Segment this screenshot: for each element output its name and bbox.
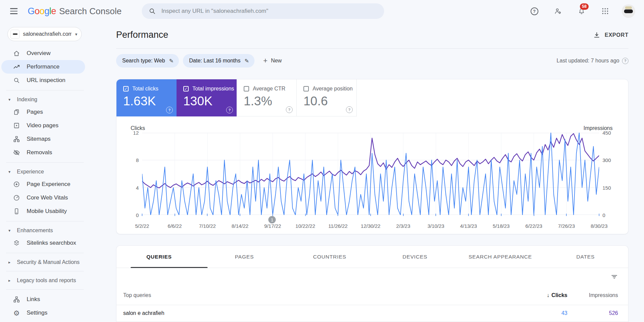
- metric-label: Average CTR: [253, 86, 286, 92]
- sidebar-item-overview[interactable]: Overview: [0, 47, 90, 60]
- tab-devices[interactable]: DEVICES: [372, 246, 458, 268]
- trending-up-icon: [13, 63, 20, 71]
- total-impressions-card[interactable]: ✓Total impressions 130K ?: [177, 79, 237, 116]
- sidebar-item-removals[interactable]: Removals: [0, 146, 90, 159]
- sidebar-item-settings[interactable]: ⚙ Settings: [0, 306, 90, 320]
- search-input[interactable]: [161, 8, 377, 15]
- section-collapse-icon: ▾: [8, 169, 12, 174]
- tab-queries[interactable]: QUERIES: [116, 246, 202, 268]
- tab-search-appearance[interactable]: SEARCH APPEARANCE: [458, 246, 543, 268]
- filter-list-icon[interactable]: [611, 273, 618, 280]
- sidebar-item-label: Core Web Vitals: [27, 194, 68, 201]
- x-axis-labels: 5/2/22 6/6/22 7/10/22 8/14/22 9/17/22 10…: [142, 218, 599, 233]
- checkbox-unchecked[interactable]: [244, 86, 249, 91]
- sidebar-item-label: Video pages: [27, 122, 58, 129]
- sidebar-item-label: Links: [27, 296, 40, 303]
- sidebar-item-performance[interactable]: Performance: [1, 60, 85, 74]
- sidebar-item-url-inspection[interactable]: URL inspection: [0, 74, 90, 87]
- layers-icon: [13, 239, 20, 247]
- sidebar-section-enhancements[interactable]: ▾ Enhancements: [0, 224, 90, 236]
- menu-icon[interactable]: [7, 4, 22, 19]
- metric-value: 1.63K: [123, 94, 172, 108]
- search-type-chip[interactable]: Search type: Web ✎: [116, 54, 179, 68]
- page-header: Performance EXPORT: [116, 22, 628, 49]
- app-logo[interactable]: Google Search Console: [28, 6, 122, 17]
- sidebar-item-page-experience[interactable]: Page Experience: [0, 178, 90, 191]
- help-icon[interactable]: ?: [226, 107, 233, 113]
- right-axis-ticks: 450 300 150 0: [599, 133, 613, 215]
- apps-grid-icon: [601, 7, 609, 15]
- average-ctr-card[interactable]: Average CTR 1.3% ?: [237, 79, 297, 116]
- sidebar-item-video-pages[interactable]: Video pages: [0, 119, 90, 132]
- url-inspect-searchbar[interactable]: [142, 3, 384, 19]
- column-top-queries[interactable]: Top queries: [123, 292, 517, 298]
- total-clicks-card[interactable]: ✓Total clicks 1.63K ?: [116, 79, 177, 116]
- tab-dates[interactable]: DATES: [543, 246, 628, 268]
- average-position-card[interactable]: Average position 10.6 ?: [297, 79, 357, 116]
- metric-cards: ✓Total clicks 1.63K ? ✓Total impressions…: [116, 79, 628, 116]
- filter-bar: Search type: Web ✎ Date: Last 16 months …: [116, 54, 628, 68]
- metric-label: Average position: [313, 86, 353, 92]
- sidebar-item-sitemaps[interactable]: Sitemaps: [0, 132, 90, 146]
- sidebar-item-pages[interactable]: Pages: [0, 105, 90, 119]
- metric-value: 10.6: [303, 94, 352, 108]
- property-name: saloneachrafieh.com: [23, 31, 72, 37]
- sidebar-item-label: URL inspection: [27, 77, 65, 84]
- sitemaps-icon: [13, 135, 20, 143]
- edit-icon: ✎: [244, 58, 249, 64]
- section-label: Security & Manual Actions: [17, 259, 80, 265]
- chevron-down-icon: ▾: [75, 32, 77, 37]
- topbar-actions: ? 58: [527, 4, 635, 18]
- account-avatar[interactable]: [622, 4, 635, 18]
- export-button[interactable]: EXPORT: [593, 31, 628, 39]
- tab-countries[interactable]: COUNTRIES: [287, 246, 372, 268]
- sidebar-section-experience[interactable]: ▾ Experience: [0, 166, 90, 178]
- sidebar-item-links[interactable]: Links: [0, 293, 90, 306]
- eye-off-icon: [13, 149, 20, 156]
- smartphone-icon: [13, 208, 20, 215]
- divider: [6, 221, 84, 221]
- section-label: Experience: [17, 169, 44, 175]
- notifications-button[interactable]: 58: [574, 4, 589, 18]
- google-logo-wordmark: Google: [28, 6, 56, 17]
- user-settings-button[interactable]: [551, 4, 565, 18]
- section-expand-icon: ▸: [8, 260, 12, 265]
- search-icon: [13, 77, 20, 84]
- column-impressions[interactable]: Impressions: [567, 292, 618, 298]
- apps-grid-button[interactable]: [598, 4, 612, 18]
- notification-badge: 58: [580, 3, 589, 10]
- divider: [6, 271, 84, 271]
- sidebar-item-core-web-vitals[interactable]: Core Web Vitals: [0, 191, 90, 205]
- chip-label: Date: Last 16 months: [189, 58, 240, 64]
- table-row[interactable]: salon e achrafieh 43 526: [116, 305, 628, 322]
- sidebar-item-label: Page Experience: [27, 181, 70, 188]
- property-selector[interactable]: saloneachrafieh.com ▾: [7, 27, 82, 41]
- checkbox-unchecked[interactable]: [303, 86, 309, 91]
- plus-icon: +: [263, 57, 268, 64]
- new-filter-button[interactable]: + New: [263, 57, 282, 64]
- video-pages-icon: [13, 122, 20, 129]
- chart-plot-area[interactable]: 1: [142, 133, 599, 215]
- section-label: Enhancements: [17, 227, 53, 234]
- page-title: Performance: [116, 30, 168, 40]
- clicks-cell: 43: [517, 310, 567, 316]
- checkbox-checked[interactable]: ✓: [183, 86, 189, 91]
- checkbox-checked[interactable]: ✓: [123, 86, 129, 91]
- sidebar-section-indexing[interactable]: ▾ Indexing: [0, 93, 90, 105]
- chart-zone: Clicks Impressions 12 8 4 0: [130, 125, 613, 234]
- metric-value: 1.3%: [244, 94, 292, 108]
- sidebar-section-security[interactable]: ▸ Security & Manual Actions: [0, 256, 90, 268]
- column-clicks-sort[interactable]: ↓Clicks: [517, 292, 567, 298]
- sidebar-item-mobile-usability[interactable]: Mobile Usability: [0, 205, 90, 218]
- help-icon[interactable]: ?: [286, 106, 293, 113]
- help-icon[interactable]: ?: [166, 107, 173, 113]
- left-axis-ticks: 12 8 4 0: [130, 133, 142, 215]
- tab-pages[interactable]: PAGES: [202, 246, 287, 268]
- sidebar-item-label: Overview: [27, 50, 51, 57]
- sidebar-section-legacy[interactable]: ▸ Legacy tools and reports: [0, 274, 90, 286]
- help-icon[interactable]: ?: [622, 58, 628, 64]
- sidebar-item-sitelinks-searchbox[interactable]: Sitelinks searchbox: [0, 236, 90, 250]
- help-button[interactable]: ?: [527, 4, 541, 18]
- help-icon[interactable]: ?: [346, 106, 353, 113]
- date-range-chip[interactable]: Date: Last 16 months ✎: [183, 54, 254, 68]
